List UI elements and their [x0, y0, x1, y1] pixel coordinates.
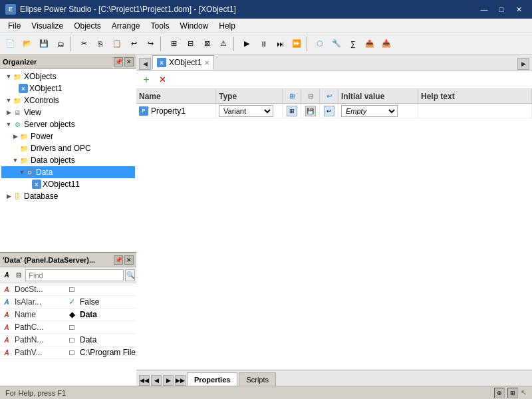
tree-item-data-objects[interactable]: ▼ 📁 Data objects: [1, 154, 135, 166]
properties-grid: Name Type ⊞ ⊟ ↩ Initial value Help text …: [136, 89, 532, 370]
tab-properties[interactable]: Properties: [187, 372, 237, 386]
tree-expander[interactable]: ▼: [5, 121, 12, 128]
connect-button[interactable]: ⬡: [312, 36, 328, 52]
tree-label: Server objects: [24, 120, 75, 129]
organizer-pin-button[interactable]: 📌: [114, 57, 123, 66]
props-cat-button[interactable]: ⊟: [13, 269, 24, 282]
minimize-button[interactable]: —: [476, 3, 492, 16]
props-search-button[interactable]: 🔍: [125, 269, 135, 281]
cut-button[interactable]: ✂: [76, 36, 92, 52]
close-button[interactable]: ✕: [511, 3, 527, 16]
menu-help[interactable]: Help: [213, 19, 241, 33]
menu-visualize[interactable]: Visualize: [26, 19, 68, 33]
row-btn-2[interactable]: 💾: [305, 106, 316, 116]
prop-check: □: [66, 335, 77, 344]
new-button[interactable]: 📄: [3, 36, 19, 52]
snap-button[interactable]: ⊠: [199, 36, 215, 52]
tab-close-button[interactable]: ✕: [204, 59, 209, 66]
cell-icon3[interactable]: ↩: [320, 104, 338, 118]
tree-expander[interactable]: ▶: [5, 193, 12, 200]
align-button[interactable]: ⊟: [182, 36, 198, 52]
tab-nav-right[interactable]: ▶: [517, 58, 529, 70]
stop-button[interactable]: ⏸: [255, 36, 271, 52]
export-button[interactable]: 📤: [362, 36, 378, 52]
menu-objects[interactable]: Objects: [68, 19, 106, 33]
debug-button[interactable]: ⏭: [272, 36, 288, 52]
props-row: A Name ◆ Data: [0, 309, 136, 321]
props-alpha-button[interactable]: A: [1, 269, 12, 282]
undo-button[interactable]: ↩: [126, 36, 142, 52]
cell-type[interactable]: Variant Integer String Boolean: [216, 104, 283, 118]
bottom-nav-last[interactable]: ▶▶: [175, 375, 186, 386]
organizer-panel: Organizer 📌 ✕ ▼ 📁 XObjects X: [0, 55, 136, 253]
cell-icon1[interactable]: ⊞: [283, 104, 301, 118]
database-icon: 🗄: [12, 191, 23, 201]
bottom-nav-prev[interactable]: ◀: [151, 375, 162, 386]
props-search-input[interactable]: [25, 269, 124, 281]
add-property-button[interactable]: +: [139, 72, 154, 87]
tree-item-drivers[interactable]: 📁 Drivers and OPC: [1, 142, 135, 154]
tree-item-server-objects[interactable]: ▼ ⚙ Server objects: [1, 118, 135, 130]
tree-item-xobjects[interactable]: ▼ 📁 XObjects: [1, 70, 135, 82]
delete-property-button[interactable]: ✕: [155, 72, 170, 87]
tree-label: View: [24, 108, 41, 117]
paste-button[interactable]: 📋: [109, 36, 125, 52]
prop-name: IsAlar...: [13, 297, 66, 307]
tree-expander[interactable]: ▶: [5, 109, 12, 116]
prop-check: ✓: [66, 297, 77, 307]
cell-icon2[interactable]: 💾: [301, 104, 320, 118]
tab-xobject1[interactable]: X XObject1 ✕: [152, 55, 214, 70]
tree-expander[interactable]: ▼: [19, 169, 25, 176]
save-all-button[interactable]: 🗂: [53, 36, 68, 52]
bottom-tabs: ◀◀ ◀ ▶ ▶▶ Properties Scripts: [136, 370, 532, 386]
tree-item-power[interactable]: ▶ 📁 Power: [1, 130, 135, 142]
organizer-close-button[interactable]: ✕: [124, 57, 134, 66]
col-header-icon3: ↩: [320, 89, 338, 103]
props-pin-button[interactable]: 📌: [114, 255, 123, 265]
prop-check: ◆: [66, 310, 77, 319]
props-close-button[interactable]: ✕: [124, 255, 134, 265]
bottom-nav-next[interactable]: ▶: [163, 375, 174, 386]
tree-expander[interactable]: ▶: [12, 133, 19, 140]
xobject-icon: X: [19, 84, 28, 93]
tree-item-xobject11[interactable]: X XObject11: [1, 178, 135, 190]
tree-item-database[interactable]: ▶ 🗄 Database: [1, 190, 135, 202]
open-button[interactable]: 📂: [19, 36, 35, 52]
properties-title: 'Data' (Panel.DataServer)...: [3, 256, 95, 264]
tree-item-data[interactable]: ▼ D Data: [1, 166, 135, 178]
grid-button[interactable]: ⊞: [166, 36, 182, 52]
row-btn-1[interactable]: ⊞: [287, 106, 297, 116]
calc-button[interactable]: ∑: [345, 36, 361, 52]
bottom-nav-first[interactable]: ◀◀: [139, 375, 150, 386]
cell-initial[interactable]: Empty 0 "": [338, 104, 418, 118]
tree-item-view[interactable]: ▶ 🖥 View: [1, 106, 135, 118]
row-btn-3[interactable]: ↩: [324, 106, 334, 116]
redo-button[interactable]: ↪: [142, 36, 158, 52]
copy-button[interactable]: ⎘: [92, 36, 108, 52]
tree-expander[interactable]: ▼: [5, 73, 12, 80]
import-button[interactable]: 📥: [378, 36, 394, 52]
run-button[interactable]: ▶: [239, 36, 255, 52]
maximize-button[interactable]: □: [493, 3, 509, 16]
type-dropdown[interactable]: Variant Integer String Boolean: [219, 105, 273, 117]
type-icon: A: [0, 286, 13, 293]
tree-label: Data objects: [31, 156, 75, 165]
tab-nav-left[interactable]: ◀: [139, 58, 151, 70]
tree-item-xcontrols[interactable]: ▼ 📁 XControls: [1, 94, 135, 106]
tree-expander[interactable]: ▼: [5, 97, 12, 104]
menu-tools[interactable]: Tools: [146, 19, 175, 33]
save-button[interactable]: 💾: [36, 36, 52, 52]
tree-item-xobject1[interactable]: X XObject1: [1, 82, 135, 94]
left-panels: Organizer 📌 ✕ ▼ 📁 XObjects X: [0, 55, 136, 386]
menu-arrange[interactable]: Arrange: [106, 19, 146, 33]
initial-value-dropdown[interactable]: Empty 0 "": [341, 105, 398, 117]
organizer-title: Organizer: [3, 58, 37, 66]
menu-file[interactable]: File: [3, 19, 26, 33]
menu-window[interactable]: Window: [175, 19, 214, 33]
tab-scripts[interactable]: Scripts: [239, 372, 276, 386]
tree-expander[interactable]: ▼: [12, 157, 19, 164]
server-button[interactable]: 🔧: [329, 36, 344, 52]
warn-button[interactable]: ⚠: [215, 36, 231, 52]
step-button[interactable]: ⏩: [289, 36, 305, 52]
prop-name: PathC...: [13, 323, 66, 332]
